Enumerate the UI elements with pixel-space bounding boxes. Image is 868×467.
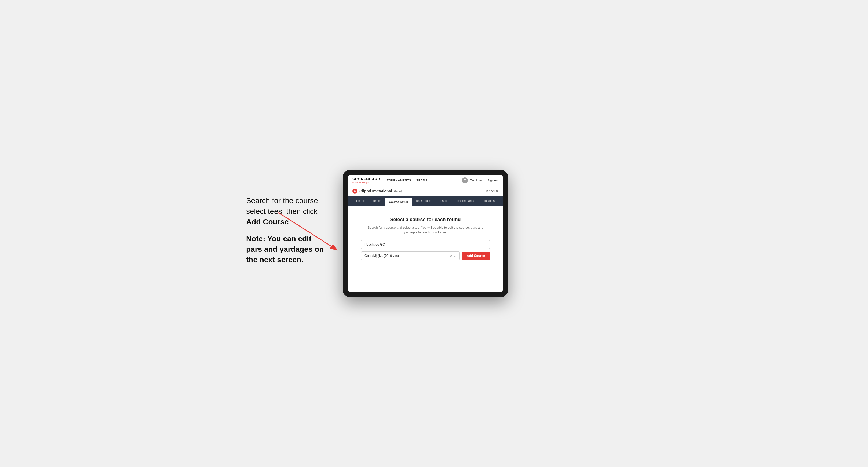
tee-chevron-icon[interactable]: ⌄	[454, 254, 456, 258]
tab-leaderboards[interactable]: Leaderboards	[452, 196, 478, 206]
annotation-line1: Search for the course, select tees, then…	[246, 195, 327, 227]
nav-links: TOURNAMENTS TEAMS	[387, 179, 428, 182]
annotation-bold: Add Course	[246, 218, 289, 226]
app-logo: SCOREBOARD	[352, 177, 380, 181]
logo-sub: Powered by clippd	[352, 181, 380, 184]
cancel-button[interactable]: Cancel ✕	[485, 189, 498, 193]
gender-badge: (Men)	[394, 189, 402, 193]
cancel-icon: ✕	[496, 189, 498, 193]
tee-clear-icon[interactable]: ✕	[450, 254, 453, 258]
tablet-screen: SCOREBOARD Powered by clippd TOURNAMENTS…	[348, 175, 503, 292]
page-wrapper: Search for the course, select tees, then…	[246, 169, 622, 298]
annotation-block: Search for the course, select tees, then…	[246, 195, 327, 271]
tournament-icon: C	[352, 189, 357, 193]
annotation-note: Note: You can edit pars and yardages on …	[246, 235, 324, 264]
separator: |	[485, 179, 486, 182]
tee-select-row: Gold (M) (M) (7010 yds) ✕ ⌄ Add Course	[361, 251, 490, 260]
tab-course-setup[interactable]: Course Setup	[385, 197, 412, 206]
tab-printables[interactable]: Printables	[478, 196, 498, 206]
app-navbar: SCOREBOARD Powered by clippd TOURNAMENTS…	[348, 175, 503, 186]
tablet-wrapper: SCOREBOARD Powered by clippd TOURNAMENTS…	[343, 169, 508, 298]
add-course-button[interactable]: Add Course	[462, 252, 490, 260]
course-search-input[interactable]	[361, 240, 490, 249]
sign-out-link[interactable]: Sign out	[488, 179, 498, 182]
tab-tee-groups[interactable]: Tee Groups	[412, 196, 435, 206]
tab-details[interactable]: Details	[352, 196, 369, 206]
tournament-header: C Clippd Invitational (Men) Cancel ✕	[348, 186, 503, 196]
logo-area: SCOREBOARD Powered by clippd	[352, 177, 380, 184]
cancel-label: Cancel	[485, 189, 495, 193]
annotation-line2: Note: You can edit pars and yardages on …	[246, 234, 327, 265]
tournament-title-area: C Clippd Invitational (Men)	[352, 189, 402, 193]
nav-tournaments[interactable]: TOURNAMENTS	[387, 179, 411, 182]
navbar-left: SCOREBOARD Powered by clippd TOURNAMENTS…	[352, 177, 428, 184]
card-description: Search for a course and select a tee. Yo…	[361, 225, 490, 235]
tab-teams[interactable]: Teams	[369, 196, 385, 206]
avatar: T	[462, 178, 468, 183]
user-label: Test User	[470, 179, 482, 182]
card-title: Select a course for each round	[361, 217, 490, 222]
content-card: Select a course for each round Search fo…	[361, 217, 490, 260]
tournament-name: Clippd Invitational	[360, 189, 392, 193]
navbar-right: T Test User | Sign out	[462, 178, 498, 183]
tee-controls: ✕ ⌄	[450, 254, 456, 258]
main-content: Select a course for each round Search fo…	[348, 206, 503, 292]
tee-value: Gold (M) (M) (7010 yds)	[365, 254, 399, 258]
tee-select[interactable]: Gold (M) (M) (7010 yds) ✕ ⌄	[361, 251, 460, 260]
tab-bar: Details Teams Course Setup Tee Groups Re…	[348, 196, 503, 206]
nav-teams[interactable]: TEAMS	[416, 179, 428, 182]
tab-results[interactable]: Results	[435, 196, 452, 206]
tablet-device: SCOREBOARD Powered by clippd TOURNAMENTS…	[343, 169, 508, 298]
